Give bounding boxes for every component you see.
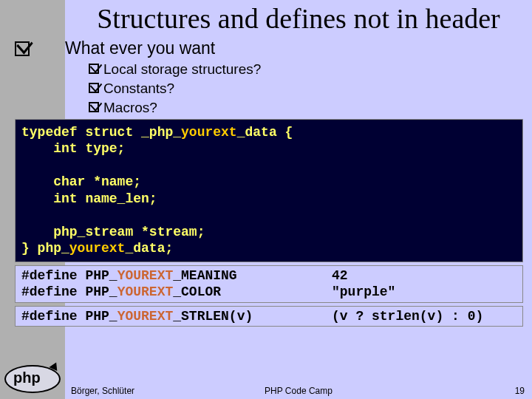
page-title: Structures and defines not in header — [65, 0, 532, 38]
def-text: #define PHP_ — [21, 309, 117, 324]
bullet-text: Local storage structures? — [103, 61, 261, 78]
code-block: typedef struct _php_yourext_data { int t… — [15, 119, 523, 262]
code-text: php_stream *stream; — [21, 225, 205, 239]
logo-text: php — [13, 369, 41, 386]
check-icon — [15, 41, 30, 56]
def-text: #define PHP_ — [21, 284, 117, 299]
check-icon — [89, 64, 99, 74]
slide: Structures and defines not in header Wha… — [0, 0, 532, 399]
footer-title: PHP Code Camp — [65, 386, 532, 396]
code-text: } php_ — [21, 241, 69, 256]
def-highlight: YOUREXT — [117, 284, 174, 299]
bullet-text: Macros? — [103, 100, 157, 116]
sub-bullet: Macros? — [89, 100, 525, 116]
def-text: _COLOR — [173, 284, 221, 299]
code-text: int type; — [21, 141, 125, 156]
define-block: #define PHP_YOUREXT_MEANING #define PHP_… — [15, 265, 523, 303]
check-icon — [89, 83, 99, 93]
def-highlight: YOUREXT — [117, 268, 174, 283]
code-text: _data; — [125, 241, 173, 256]
footer: Börger, Schlüter PHP Code Camp 19 — [65, 383, 532, 399]
sub-bullet: Constants? — [89, 81, 525, 97]
bullet-text: What ever you want — [65, 38, 215, 58]
sub-bullet: Local storage structures? — [89, 61, 525, 78]
def-value: "purple" — [332, 284, 395, 299]
check-icon — [89, 102, 99, 112]
code-text: _data { — [237, 125, 293, 140]
def-text: _MEANING — [173, 268, 236, 283]
content-area: Structures and defines not in header Wha… — [65, 0, 532, 399]
bullet-main: What ever you want — [15, 38, 525, 58]
php-logo: php — [4, 361, 61, 393]
body: What ever you want Local storage structu… — [65, 38, 532, 327]
def-value: (v ? strlen(v) : 0) — [332, 309, 483, 324]
code-highlight: yourext — [181, 125, 237, 140]
sub-bullet-list: Local storage structures? Constants? Mac… — [89, 61, 525, 116]
footer-page-number: 19 — [515, 386, 525, 396]
code-text: int name_len; — [21, 191, 157, 206]
def-text: #define PHP_ — [21, 268, 117, 283]
define-block: #define PHP_YOUREXT_STRLEN(v)(v ? strlen… — [15, 306, 523, 327]
code-text: char *name; — [21, 174, 141, 189]
def-value: 42 — [332, 268, 348, 283]
def-text: _STRLEN(v) — [173, 309, 253, 324]
def-highlight: YOUREXT — [117, 309, 174, 324]
code-text: typedef struct _php_ — [21, 125, 181, 140]
bullet-text: Constants? — [103, 81, 174, 97]
code-highlight: yourext — [69, 241, 126, 256]
